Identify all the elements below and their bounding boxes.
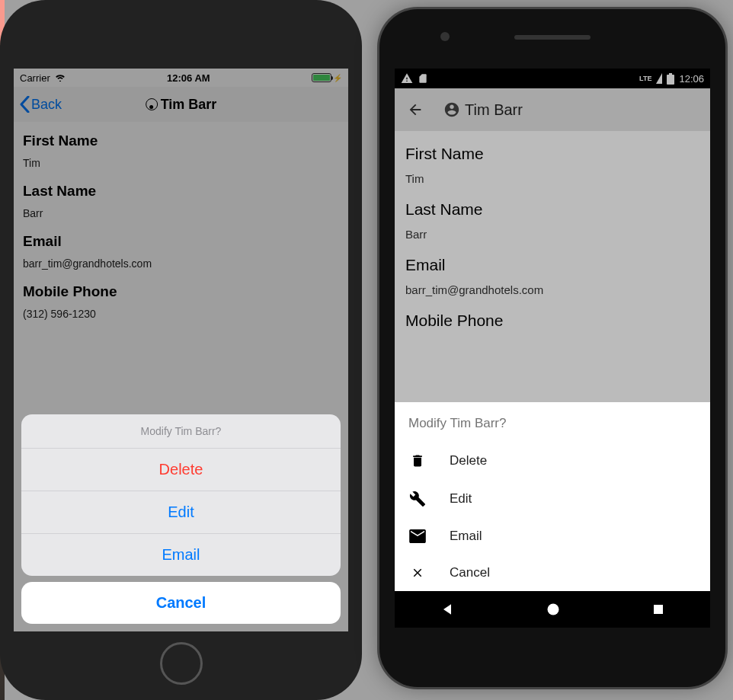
delete-button[interactable]: Delete bbox=[21, 448, 341, 491]
ios-action-sheet: Modify Tim Barr? Delete Edit Email Cance… bbox=[21, 414, 341, 624]
sheet-item-label: Email bbox=[450, 529, 482, 544]
edit-button[interactable]: Edit bbox=[395, 480, 710, 518]
nav-recent-button[interactable] bbox=[651, 603, 665, 616]
svg-rect-1 bbox=[654, 605, 663, 614]
android-device-frame: LTE 12:06 Tim Barr First Name Tim Last N… bbox=[379, 9, 725, 687]
sheet-title: Modify Tim Barr? bbox=[395, 402, 710, 442]
nav-home-button[interactable] bbox=[546, 602, 561, 617]
nav-back-button[interactable] bbox=[440, 602, 455, 617]
trash-icon bbox=[410, 452, 425, 469]
email-button[interactable]: Email bbox=[395, 518, 710, 555]
sheet-item-label: Edit bbox=[450, 491, 472, 507]
email-button[interactable]: Email bbox=[21, 533, 341, 576]
delete-button[interactable]: Delete bbox=[395, 442, 710, 480]
front-camera bbox=[440, 32, 450, 41]
android-nav-bar bbox=[395, 591, 710, 628]
close-icon bbox=[411, 566, 424, 580]
android-bottom-sheet: Modify Tim Barr? Delete Edit Email Cance… bbox=[395, 402, 710, 591]
android-screen: LTE 12:06 Tim Barr First Name Tim Last N… bbox=[395, 69, 710, 628]
edit-button[interactable]: Edit bbox=[21, 491, 341, 533]
email-icon bbox=[409, 529, 426, 543]
svg-point-0 bbox=[547, 604, 559, 615]
iphone-device-frame: Carrier 12:06 AM ⚡ Back Tim Barr First N… bbox=[0, 0, 362, 700]
sheet-title: Modify Tim Barr? bbox=[21, 414, 341, 448]
cancel-button[interactable]: Cancel bbox=[21, 582, 341, 624]
speaker-grill bbox=[514, 35, 591, 40]
iphone-screen: Carrier 12:06 AM ⚡ Back Tim Barr First N… bbox=[14, 69, 348, 631]
sheet-item-label: Cancel bbox=[450, 565, 490, 580]
sheet-item-label: Delete bbox=[450, 453, 487, 468]
home-button[interactable] bbox=[160, 642, 203, 685]
wrench-icon bbox=[409, 491, 426, 507]
cancel-button[interactable]: Cancel bbox=[395, 555, 710, 591]
